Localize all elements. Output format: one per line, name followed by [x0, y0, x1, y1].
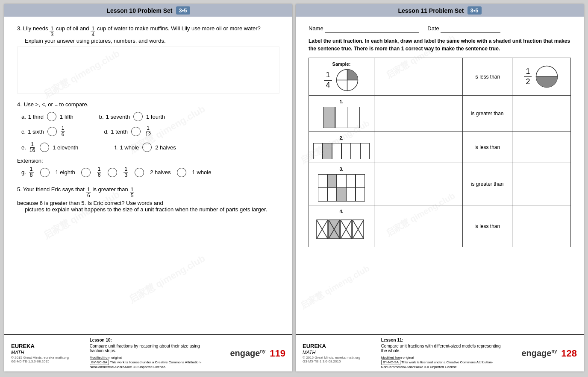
footer-right-1: engageny 119 — [230, 348, 285, 359]
watermark4: 启家慧 qimeng.club — [126, 252, 208, 307]
p5-line1: 5. Your friend Eric says that 1 6 is gre… — [17, 186, 279, 206]
row2-num: 2. — [313, 135, 370, 140]
page2-footer: EUREKA MATH © 2015 Great Minds. eureka-m… — [296, 334, 584, 371]
row2-diagram-cell — [374, 132, 463, 163]
modified-2: Modified from original BY-NC-SA This wor… — [381, 356, 501, 369]
row3-rect2 — [313, 188, 370, 202]
p4-circle-b — [133, 112, 143, 121]
sample-circle-right — [535, 65, 559, 88]
row4-relation: is less than — [474, 223, 500, 229]
p4-item-d: d. 1 tenth 1 12 — [104, 126, 152, 137]
modified-1: Modified from original BY-NC-SA This wor… — [90, 356, 209, 369]
eureka-logo-1: EUREKA MATH — [11, 343, 35, 354]
sample-fraction-cell: Sample: 1 4 — [309, 58, 374, 96]
row1-fraction-cell: 1. — [309, 96, 374, 132]
page1-title: Lesson 10 Problem Set — [106, 7, 172, 14]
engage-ny-2: engageny — [521, 348, 557, 358]
p3-frac1: 1 3 — [50, 26, 54, 38]
page-num-2: 128 — [561, 348, 577, 359]
p4-circle-e — [40, 143, 49, 152]
row3-relation-cell: is greater than — [462, 163, 512, 205]
name-date-row: Name Date — [309, 25, 571, 33]
p4-item-b: b. 1 seventh 1 fourth — [99, 112, 165, 121]
p3-text3: cup of water to make muffins. Will Lily … — [97, 25, 261, 32]
p4-frac-c: 1 6 — [61, 126, 65, 137]
engage-ny-1: engageny — [230, 348, 265, 358]
p4-frac-e: 1 16 — [29, 142, 36, 153]
row1-diagram-cell — [374, 96, 463, 132]
page-lesson10: Lesson 10 Problem Set 3•5 启家慧 qimeng.clu… — [4, 4, 292, 371]
instructions: Label the unit fraction. In each blank, … — [309, 37, 571, 53]
problem-4: 4. Use >, <, or = to compare. a. 1 third… — [17, 101, 279, 178]
ext-circle-3 — [108, 168, 117, 177]
p4-item-e: e. 1 16 1 eleventh — [21, 142, 78, 153]
date-label: Date — [427, 25, 439, 32]
p5-text4: pictures to explain what happens to the … — [25, 206, 279, 213]
page2-title: Lesson 11 Problem Set — [398, 7, 464, 14]
p3-text2: cup of oil and — [56, 25, 89, 32]
p4-item-c: c. 1 sixth 1 6 — [21, 126, 65, 137]
p5-frac2: 1 5 — [130, 187, 135, 199]
page1-footer: EUREKA MATH © 2015 Great Minds. eureka-m… — [4, 334, 292, 371]
p4-circle-d — [131, 127, 141, 136]
row-1: 1. is greater than — [309, 96, 571, 132]
row4-diagram — [316, 216, 367, 242]
row4-diagram-cell — [374, 205, 463, 247]
row1-relation: is greater than — [471, 111, 504, 117]
date-field[interactable] — [441, 25, 500, 33]
ext-circle-2 — [81, 168, 91, 177]
ext-circle-5 — [177, 168, 186, 177]
p4-item-f: f. 1 whole 2 halves — [115, 143, 176, 152]
sample-result-frac: 1 2 — [524, 67, 532, 86]
footer-copyright-1: © 2015 Great Minds. eureka-math.orgG3-M5… — [11, 356, 69, 363]
eureka-logo-2: EUREKA MATH — [303, 343, 326, 354]
p3-answer-space — [17, 47, 279, 94]
row4-relation-cell: is less than — [462, 205, 512, 247]
row3-rect — [313, 174, 370, 188]
p5-text2: is greater than — [93, 186, 128, 193]
p5-text1: Your friend Eric says that — [23, 186, 85, 193]
p3-text1: Lily needs — [23, 25, 48, 32]
row2-relation: is less than — [474, 144, 500, 150]
row2-fraction-cell: 2. — [309, 132, 374, 163]
p4-frac-d: 1 12 — [144, 126, 152, 137]
sample-diagram-cell — [374, 58, 463, 96]
row2-result-cell — [512, 132, 570, 163]
p5-answer-space — [17, 213, 279, 251]
p4-intro: Use >, <, or = to compare. — [24, 101, 88, 108]
row2-rect — [313, 143, 370, 159]
row1-result-cell — [512, 96, 570, 132]
page1-header: Lesson 10 Problem Set 3•5 — [4, 4, 292, 17]
sample-relation-cell: is less than — [462, 58, 512, 96]
p4-items: a. 1 third 1 fifth b. 1 seventh 1 fourth — [21, 112, 279, 153]
row1-num: 1. — [313, 99, 370, 104]
p4-row-ab: a. 1 third 1 fifth b. 1 seventh 1 fourth — [21, 112, 279, 121]
problem-5: 5. Your friend Eric says that 1 6 is gre… — [17, 186, 279, 251]
lesson-line-1: Lesson 10: — [90, 338, 209, 342]
page-num-1: 119 — [270, 348, 285, 359]
sample-result-cell: 1 2 — [512, 58, 570, 96]
p3-text4: Explain your answer using pictures, numb… — [25, 38, 279, 44]
page2-header: Lesson 11 Problem Set 3•5 — [296, 4, 584, 17]
sample-relation: is less than — [474, 74, 500, 80]
name-label: Name — [309, 25, 323, 32]
ext-circle-1 — [40, 168, 50, 177]
p4-circle-f — [142, 143, 152, 152]
row-3: 3. — [309, 163, 571, 205]
lesson-desc-1: Compare unit fractions by reasoning abou… — [90, 344, 209, 353]
row2-relation-cell: is less than — [462, 132, 512, 163]
row4-result-cell — [512, 205, 570, 247]
footer-copyright-2: © 2015 Great Minds. eureka-math.orgG3-M5… — [303, 356, 360, 363]
page2-grade: 3•5 — [467, 6, 482, 15]
sample-circle-left — [335, 68, 359, 92]
row-4: 4. — [309, 205, 571, 247]
row1-relation-cell: is greater than — [462, 96, 512, 132]
page-lesson11: Lesson 11 Problem Set 3•5 启家慧 qimeng.clu… — [296, 4, 584, 371]
name-field[interactable] — [325, 25, 419, 33]
p5-text3: because 6 is greater than 5. Is Eric cor… — [17, 200, 163, 206]
pages-container: Lesson 10 Problem Set 3•5 启家慧 qimeng.clu… — [4, 4, 584, 371]
problem-3: 3. Lily needs 1 3 cup of oil and 1 4 cup… — [17, 25, 279, 94]
page2-content: 启家慧 qimeng.club 启家慧 qimeng.club 启家慧 qime… — [296, 17, 584, 334]
p4-circle-c — [47, 127, 57, 136]
row4-num: 4. — [313, 209, 370, 214]
